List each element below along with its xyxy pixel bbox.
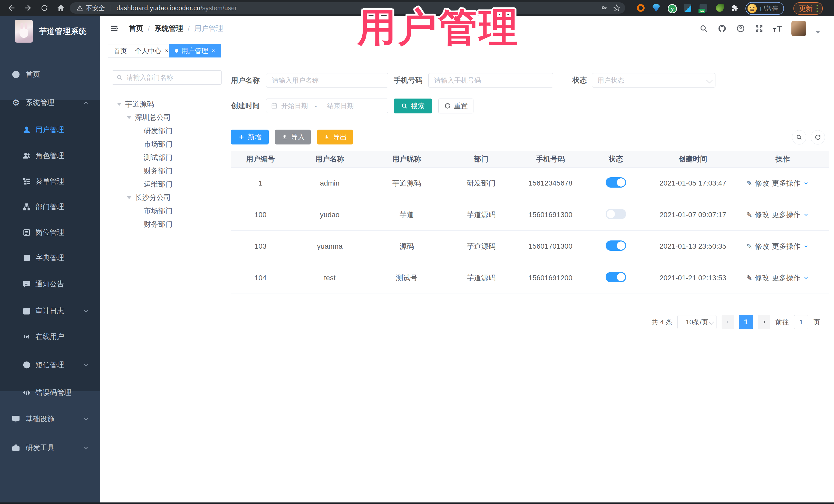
next-page-button[interactable]: [758, 315, 770, 329]
tab-profile[interactable]: 个人中心 ×: [129, 44, 174, 58]
close-icon[interactable]: ×: [165, 47, 168, 54]
address-bar[interactable]: 不安全 dashboard.yudao.iocoder.cn/system/us…: [70, 2, 625, 14]
tree-node[interactable]: 研发部门: [100, 124, 223, 137]
sidebar-item-roles[interactable]: 角色管理: [0, 144, 100, 168]
tree-node[interactable]: 测试部门: [100, 151, 223, 164]
dept-search-input[interactable]: [126, 73, 204, 82]
search-icon: [401, 103, 408, 109]
back-icon[interactable]: [7, 4, 16, 12]
help-icon[interactable]: [736, 24, 745, 33]
cell-dept: 芋道源码: [444, 273, 518, 283]
sidebar-item-notices[interactable]: 通知公告: [0, 272, 100, 297]
breadcrumb-home[interactable]: 首页: [129, 24, 143, 34]
sidebar-item-audit-log[interactable]: 审计日志: [0, 299, 100, 323]
sidebar-item-label: 菜单管理: [36, 177, 64, 186]
status-toggle[interactable]: [606, 209, 626, 219]
tree-node-label: 长沙分公司: [135, 193, 171, 202]
edit-link[interactable]: 修改: [755, 210, 769, 220]
date-range-picker[interactable]: 开始日期 - 结束日期: [266, 98, 388, 113]
tab-user-management[interactable]: 用户管理 ×: [169, 44, 221, 58]
sidebar-item-sms[interactable]: 短信管理: [0, 353, 100, 377]
sidebar-item-error-codes[interactable]: 错误码管理: [0, 380, 100, 405]
current-page-button[interactable]: 1: [739, 315, 753, 329]
caret-down-icon[interactable]: [117, 103, 122, 106]
breadcrumb-system[interactable]: 系统管理: [154, 24, 183, 34]
caret-down-icon[interactable]: [127, 116, 131, 119]
tree-node[interactable]: 运维部门: [100, 178, 223, 191]
tree-node[interactable]: 深圳总公司: [100, 111, 223, 124]
chrome-update-button[interactable]: 更新: [793, 2, 823, 15]
fullscreen-icon[interactable]: [754, 24, 764, 33]
hamburger-icon[interactable]: [110, 24, 120, 34]
tree-node[interactable]: 财务部门: [100, 164, 223, 178]
bookmark-star-icon[interactable]: [613, 4, 620, 12]
extension-squares-icon[interactable]: [684, 4, 691, 12]
import-button[interactable]: 导入: [275, 130, 311, 145]
more-actions-link[interactable]: 更多操作: [772, 241, 800, 251]
sidebar-item-users[interactable]: 用户管理: [0, 117, 100, 142]
search-icon[interactable]: [699, 24, 708, 33]
sidebar-item-system[interactable]: ⚙ 系统管理: [0, 90, 100, 115]
username-field[interactable]: [266, 73, 388, 88]
tree-node[interactable]: 芋道源码: [100, 97, 223, 111]
status-select[interactable]: 用户状态: [592, 73, 716, 88]
edit-link[interactable]: 修改: [755, 241, 769, 251]
reload-icon[interactable]: [40, 4, 49, 12]
home-icon[interactable]: [57, 4, 65, 12]
user-avatar[interactable]: [791, 21, 806, 36]
tree-node[interactable]: 市场部门: [100, 137, 223, 151]
forward-icon[interactable]: [24, 4, 32, 12]
extension-ubuntu-icon[interactable]: [637, 4, 644, 12]
sidebar-item-menus[interactable]: 菜单管理: [0, 169, 100, 194]
sidebar-item-home[interactable]: 首页: [0, 62, 100, 87]
sidebar-item-depts[interactable]: 部门管理: [0, 195, 100, 219]
edit-link[interactable]: 修改: [755, 178, 769, 188]
dept-search-box[interactable]: [112, 70, 222, 85]
sidebar-item-dev-tools[interactable]: 研发工具: [0, 436, 100, 460]
sidebar-item-dict[interactable]: 字典管理: [0, 246, 100, 270]
status-toggle[interactable]: [606, 272, 626, 282]
app-logo[interactable]: 芋道管理系统: [0, 16, 100, 44]
not-secure-warning[interactable]: 不安全: [76, 4, 105, 12]
sidebar-item-infrastructure[interactable]: 基础设施: [0, 407, 100, 431]
extension-gem-icon[interactable]: [652, 4, 660, 12]
key-icon[interactable]: [600, 4, 608, 12]
username-input[interactable]: [271, 76, 376, 85]
reset-button[interactable]: 重置: [438, 98, 474, 113]
search-button[interactable]: 搜索: [394, 98, 432, 113]
page-size-select[interactable]: 10条/页: [678, 315, 717, 329]
chrome-menu-icon[interactable]: [816, 5, 818, 12]
more-actions-link[interactable]: 更多操作: [772, 178, 800, 188]
tree-node[interactable]: 财务部门: [100, 218, 223, 231]
status-toggle[interactable]: [606, 240, 626, 251]
edit-link[interactable]: 修改: [755, 273, 769, 283]
mobile-input[interactable]: [434, 76, 541, 85]
extension-on-badge-icon[interactable]: on: [700, 4, 707, 12]
goto-page-input[interactable]: [794, 315, 808, 329]
extensions-puzzle-icon[interactable]: [731, 4, 739, 12]
avatar-dropdown-caret[interactable]: [815, 31, 820, 34]
profile-paused-badge[interactable]: 已暂停: [745, 2, 784, 15]
close-icon[interactable]: ×: [212, 47, 215, 54]
extension-leaf-icon[interactable]: [716, 4, 724, 12]
github-icon[interactable]: [718, 24, 727, 33]
more-actions-link[interactable]: 更多操作: [772, 210, 800, 220]
table-refresh-button[interactable]: [811, 130, 825, 145]
mobile-field[interactable]: [428, 73, 553, 88]
more-actions-link[interactable]: 更多操作: [772, 273, 800, 283]
tree-node[interactable]: 市场部门: [100, 204, 223, 218]
status-toggle[interactable]: [606, 177, 626, 188]
sidebar-item-posts[interactable]: 岗位管理: [0, 220, 100, 245]
download-icon: [323, 134, 330, 140]
add-button[interactable]: 新增: [231, 130, 269, 145]
caret-down-icon[interactable]: [127, 196, 131, 199]
export-button[interactable]: 导出: [317, 130, 353, 145]
font-size-icon[interactable]: TT: [773, 24, 782, 34]
extension-y-icon[interactable]: y: [668, 4, 677, 13]
tree-node[interactable]: 长沙分公司: [100, 191, 223, 204]
cell-nickname: 芋道: [370, 210, 444, 220]
prev-page-button[interactable]: [722, 315, 734, 329]
sidebar-item-online-users[interactable]: 在线用户: [0, 324, 100, 349]
chevron-down-icon: [803, 243, 809, 249]
table-search-toggle-button[interactable]: [792, 130, 806, 145]
